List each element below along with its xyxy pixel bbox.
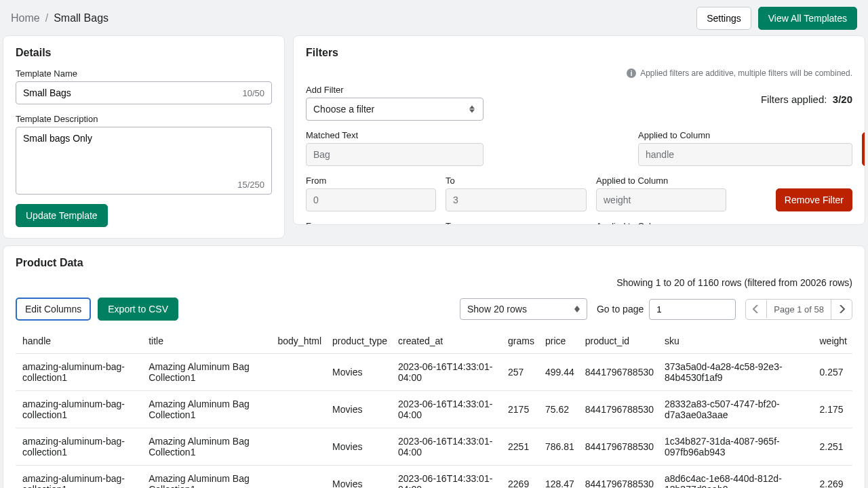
cell-created_at: 2023-06-16T14:33:01-04:00 (393, 354, 502, 391)
template-name-count: 10/50 (242, 88, 264, 98)
filters-card: Filters i Applied filters are additive, … (293, 35, 865, 225)
rows-per-page-select[interactable]: Show 20 rows (460, 298, 587, 320)
details-heading: Details (16, 47, 272, 59)
cell-handle: amazing-aluminum-bag-collection1 (16, 354, 143, 391)
export-csv-button[interactable]: Export to CSV (98, 298, 178, 321)
cell-price: 786.81 (540, 428, 580, 466)
remove-filter-button-2[interactable]: Remove Filter (776, 188, 852, 211)
cell-product_id: 8441796788530 (580, 354, 659, 391)
cell-grams: 2251 (502, 428, 540, 466)
cell-created_at: 2023-06-16T14:33:01-04:00 (393, 391, 502, 428)
template-desc-wrap[interactable]: Small bags Only 15/250 (16, 127, 272, 195)
cell-product_type: Movies (327, 391, 393, 428)
pager-next-button[interactable] (831, 300, 852, 318)
template-name-label: Template Name (16, 68, 272, 79)
cell-created_at: 2023-06-16T14:33:01-04:00 (393, 428, 502, 466)
remove-filter-button-1[interactable]: Remove Filter (862, 132, 865, 166)
cell-product_id: 8441796788530 (580, 466, 659, 489)
table-row: amazing-aluminum-bag-collection1Amazing … (16, 428, 852, 466)
col-handle[interactable]: handle (16, 329, 143, 354)
applied-col-label-2: Applied to Column (596, 176, 726, 186)
select-arrows-icon (574, 306, 580, 312)
template-name-input[interactable] (23, 87, 242, 98)
col-price[interactable]: price (540, 329, 580, 354)
template-desc-count: 15/250 (237, 180, 264, 190)
to-label-1: To (446, 176, 587, 186)
cell-handle: amazing-aluminum-bag-collection1 (16, 391, 143, 428)
goto-page-input[interactable] (649, 299, 736, 320)
cell-title: Amazing Aluminum Bag Collection1 (143, 466, 272, 489)
matched-text-value: Bag (306, 143, 484, 166)
to-label-2: To (446, 221, 587, 225)
product-data-card: Product Data Showing 1 to 20 of 1160 row… (3, 245, 865, 488)
info-icon: i (627, 68, 636, 78)
breadcrumb-sep: / (45, 12, 48, 24)
col-product_id[interactable]: product_id (580, 329, 659, 354)
product-data-showing: Showing 1 to 20 of 1160 rows (filtered f… (16, 277, 852, 288)
view-all-templates-button[interactable]: View All Templates (758, 7, 857, 30)
breadcrumb: Home / Small Bags (11, 12, 108, 24)
col-grams[interactable]: grams (502, 329, 540, 354)
col-weight[interactable]: weight (814, 329, 853, 354)
applied-col-label-3: Applied to Column (596, 221, 726, 225)
cell-sku: 28332a83-c507-4747-bf20-d7a3ae0a3aae (659, 391, 814, 428)
rows-per-page-value: Show 20 rows (467, 304, 527, 314)
cell-product_type: Movies (327, 466, 393, 489)
goto-label: Go to page (597, 304, 644, 314)
cell-price: 75.62 (540, 391, 580, 428)
cell-product_id: 8441796788530 (580, 428, 659, 466)
add-filter-select[interactable]: Choose a filter (306, 98, 484, 121)
details-card: Details Template Name 10/50 Template Des… (3, 35, 285, 239)
cell-product_type: Movies (327, 354, 393, 391)
cell-price: 499.44 (540, 354, 580, 391)
breadcrumb-home[interactable]: Home (11, 12, 40, 24)
cell-handle: amazing-aluminum-bag-collection1 (16, 428, 143, 466)
cell-body_html (272, 428, 327, 466)
pager-prev-button[interactable] (746, 300, 767, 318)
breadcrumb-current: Small Bags (54, 12, 108, 24)
table-row: amazing-aluminum-bag-collection1Amazing … (16, 354, 852, 391)
table-row: amazing-aluminum-bag-collection1Amazing … (16, 466, 852, 489)
product-table: handletitlebody_htmlproduct_typecreated_… (16, 329, 852, 488)
cell-body_html (272, 391, 327, 428)
cell-product_type: Movies (327, 428, 393, 466)
cell-product_id: 8441796788530 (580, 391, 659, 428)
product-data-heading: Product Data (16, 257, 852, 269)
applied-col-value-1: handle (638, 143, 852, 166)
col-created_at[interactable]: created_at (393, 329, 502, 354)
filters-note: i Applied filters are additive, multiple… (306, 68, 852, 78)
col-product_type[interactable]: product_type (327, 329, 393, 354)
template-desc-label: Template Description (16, 114, 272, 124)
cell-weight: 0.257 (814, 354, 853, 391)
col-title[interactable]: title (143, 329, 272, 354)
filters-note-text: Applied filters are additive, multiple f… (640, 68, 852, 78)
from-label-1: From (306, 176, 436, 186)
cell-price: 128.47 (540, 466, 580, 489)
cell-body_html (272, 466, 327, 489)
pager: Page 1 of 58 (745, 299, 852, 320)
cell-weight: 2.251 (814, 428, 853, 466)
filters-applied: Filters applied: 3/20 (761, 94, 852, 105)
matched-text-label: Matched Text (306, 130, 484, 140)
cell-sku: a8d6c4ac-1e68-440d-812d-13b377d9aab0 (659, 466, 814, 489)
cell-sku: 1c34b827-31da-4087-965f-097fb96ab943 (659, 428, 814, 466)
cell-grams: 2269 (502, 466, 540, 489)
cell-created_at: 2023-06-16T14:33:01-04:00 (393, 466, 502, 489)
filters-heading: Filters (306, 47, 852, 59)
applied-col-label-1: Applied to Column (638, 130, 852, 140)
cell-title: Amazing Aluminum Bag Collection1 (143, 391, 272, 428)
cell-grams: 2175 (502, 391, 540, 428)
settings-button[interactable]: Settings (696, 7, 751, 30)
table-row: amazing-aluminum-bag-collection1Amazing … (16, 391, 852, 428)
cell-body_html (272, 354, 327, 391)
edit-columns-button[interactable]: Edit Columns (16, 298, 91, 321)
update-template-button[interactable]: Update Template (16, 204, 108, 227)
col-sku[interactable]: sku (659, 329, 814, 354)
template-desc-input[interactable]: Small bags Only (23, 133, 264, 174)
col-body_html[interactable]: body_html (272, 329, 327, 354)
cell-sku: 373a5a0d-4a28-4c58-92e3-84b4530f1af9 (659, 354, 814, 391)
template-name-input-wrap[interactable]: 10/50 (16, 81, 272, 104)
add-filter-select-value: Choose a filter (313, 104, 374, 115)
cell-title: Amazing Aluminum Bag Collection1 (143, 354, 272, 391)
cell-weight: 2.269 (814, 466, 853, 489)
